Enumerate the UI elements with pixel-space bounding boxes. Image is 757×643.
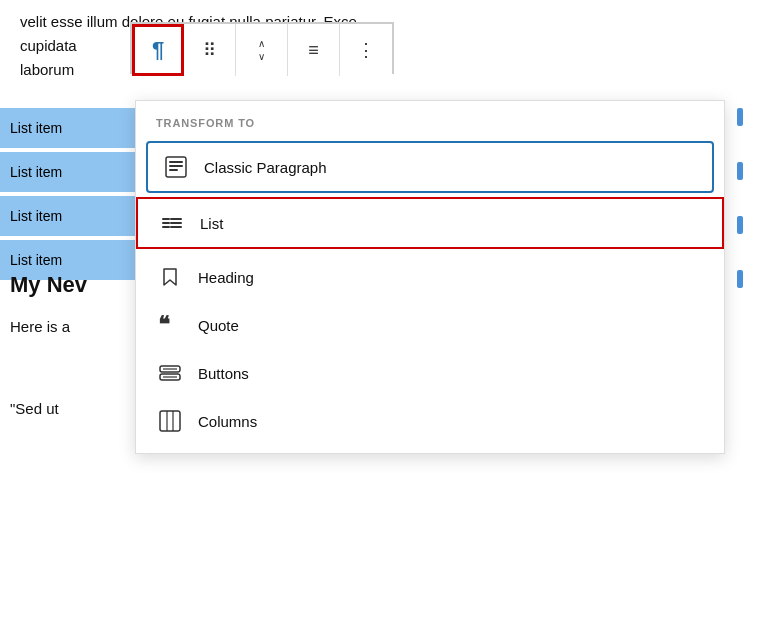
quote-icon: ❝ — [156, 311, 184, 339]
here-text: Here is a — [0, 318, 70, 335]
heading-option[interactable]: Heading — [136, 253, 724, 301]
align-icon: ≡ — [308, 40, 319, 61]
scroll-indicator — [737, 108, 743, 126]
scroll-indicator — [737, 162, 743, 180]
classic-paragraph-label: Classic Paragraph — [204, 159, 327, 176]
columns-option[interactable]: Columns — [136, 397, 724, 445]
sed-text: "Sed ut — [0, 400, 59, 417]
quote-label: Quote — [198, 317, 239, 334]
scroll-indicator — [737, 270, 743, 288]
svg-rect-3 — [169, 169, 178, 171]
buttons-icon — [156, 359, 184, 387]
svg-rect-15 — [160, 411, 180, 431]
move-button[interactable]: ∧ ∨ — [236, 24, 288, 76]
columns-icon — [156, 407, 184, 435]
more-icon: ⋮ — [357, 39, 375, 61]
list-icon — [158, 209, 186, 237]
list-item: List item — [0, 152, 148, 192]
paragraph-type-button[interactable]: ¶ — [132, 24, 184, 76]
heading-label: Heading — [198, 269, 254, 286]
heading-icon — [156, 263, 184, 291]
scroll-indicators — [737, 108, 743, 288]
dropdown-section-label: TRANSFORM TO — [136, 117, 724, 141]
bg-text-line3: laborum — [20, 61, 74, 78]
drag-handle-button[interactable]: ⠿ — [184, 24, 236, 76]
svg-text:❝: ❝ — [158, 314, 170, 336]
newsletter-title: My Nev — [0, 272, 87, 298]
list-items-background: List item List item List item List item — [0, 108, 148, 284]
pilcrow-icon: ¶ — [152, 37, 164, 63]
scroll-indicator — [737, 216, 743, 234]
classic-paragraph-icon — [162, 153, 190, 181]
list-item: List item — [0, 108, 148, 148]
list-item: List item — [0, 196, 148, 236]
drag-icon: ⠿ — [203, 39, 216, 61]
svg-rect-2 — [169, 165, 183, 167]
arrows-icon: ∧ ∨ — [258, 38, 265, 62]
buttons-option[interactable]: Buttons — [136, 349, 724, 397]
classic-paragraph-option[interactable]: Classic Paragraph — [146, 141, 714, 193]
block-toolbar: ¶ ⠿ ∧ ∨ ≡ ⋮ — [130, 22, 394, 74]
quote-option[interactable]: ❝ Quote — [136, 301, 724, 349]
svg-rect-1 — [169, 161, 183, 163]
align-button[interactable]: ≡ — [288, 24, 340, 76]
list-option[interactable]: List — [136, 197, 724, 249]
buttons-label: Buttons — [198, 365, 249, 382]
columns-label: Columns — [198, 413, 257, 430]
transform-to-dropdown: TRANSFORM TO Classic Paragraph List — [135, 100, 725, 454]
list-label: List — [200, 215, 223, 232]
more-options-button[interactable]: ⋮ — [340, 24, 392, 76]
